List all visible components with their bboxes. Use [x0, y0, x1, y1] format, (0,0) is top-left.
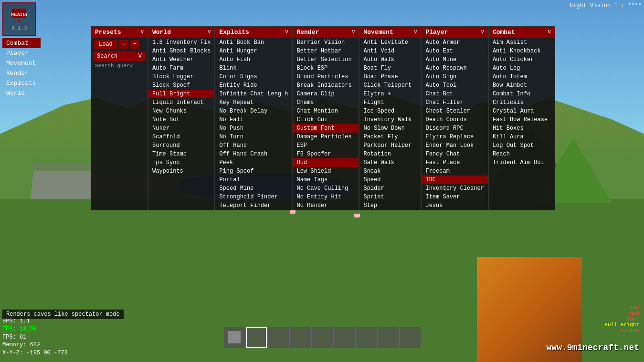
- menu-item[interactable]: Bow Aimbot: [489, 81, 555, 90]
- menu-item[interactable]: Off Hand Crash: [215, 150, 292, 158]
- menu-item[interactable]: Hit Boxes: [489, 124, 555, 133]
- sidebar-item-player[interactable]: Player: [2, 48, 41, 58]
- hotbar-slot-8[interactable]: [378, 327, 399, 348]
- menu-item[interactable]: Anti Weather: [148, 55, 214, 64]
- menu-item[interactable]: ESP: [293, 141, 359, 150]
- menu-item[interactable]: Auto Log: [489, 64, 555, 72]
- menu-item[interactable]: Elytra Replace: [422, 133, 487, 141]
- menu-item[interactable]: Click Teleport: [359, 81, 421, 90]
- minus-button[interactable]: -: [119, 40, 128, 49]
- menu-item[interactable]: Fancy Chat: [422, 150, 487, 158]
- menu-item[interactable]: Anti Knockback: [489, 47, 555, 55]
- menu-item[interactable]: Name Tags: [293, 176, 359, 184]
- menu-item[interactable]: Nuker: [148, 124, 214, 133]
- hotbar-slot-5[interactable]: [312, 327, 333, 348]
- menu-item[interactable]: Hud: [293, 158, 359, 167]
- menu-item[interactable]: Liquid Interact: [148, 98, 214, 107]
- menu-item[interactable]: Trident Aim Bot: [489, 158, 555, 167]
- menu-item[interactable]: Surround: [148, 141, 214, 150]
- menu-item[interactable]: Anti Hunger: [215, 47, 292, 55]
- menu-item[interactable]: Auto Fish: [215, 55, 292, 64]
- menu-item[interactable]: Boat Phase: [359, 72, 421, 81]
- menu-item[interactable]: Auto Armor: [422, 38, 487, 47]
- menu-item[interactable]: Auto Walk: [359, 55, 421, 64]
- menu-item[interactable]: Damage Particles: [293, 133, 359, 141]
- menu-item[interactable]: Crystal Aura: [489, 107, 555, 115]
- menu-item[interactable]: Inventory Walk: [359, 115, 421, 124]
- menu-item[interactable]: Auto Totem: [489, 72, 555, 81]
- menu-item[interactable]: Anti Void: [359, 47, 421, 55]
- sidebar-item-exploits[interactable]: Exploits: [2, 78, 41, 88]
- load-button[interactable]: Load: [94, 40, 117, 49]
- menu-item[interactable]: Tps Sync: [148, 158, 214, 167]
- menu-item[interactable]: Reach: [489, 150, 555, 158]
- menu-item[interactable]: 1.8 Inventory Fix: [148, 38, 214, 47]
- menu-item[interactable]: Anti Levitate: [359, 38, 421, 47]
- menu-item[interactable]: Kill Aura: [489, 133, 555, 141]
- menu-item[interactable]: Blood Particles: [293, 72, 359, 81]
- menu-item[interactable]: No Render: [293, 201, 359, 210]
- menu-item[interactable]: Freecam: [422, 167, 487, 176]
- menu-item[interactable]: No Cave Culling: [293, 184, 359, 193]
- menu-item[interactable]: Camera Clip: [293, 90, 359, 98]
- menu-item[interactable]: Click Gui: [293, 115, 359, 124]
- menu-item[interactable]: Log Out Spot: [489, 141, 555, 150]
- menu-item[interactable]: F3 Spoofer: [293, 150, 359, 158]
- menu-item[interactable]: No Push: [215, 124, 292, 133]
- menu-item[interactable]: Low Shield: [293, 167, 359, 176]
- menu-item[interactable]: Discord RPC: [422, 124, 487, 133]
- menu-item[interactable]: IRC: [422, 176, 487, 184]
- menu-item[interactable]: Off Hand: [215, 141, 292, 150]
- menu-item[interactable]: Waypoints: [148, 167, 214, 176]
- menu-item[interactable]: Scaffold: [148, 133, 214, 141]
- menu-item[interactable]: Fast Place: [422, 158, 487, 167]
- menu-item[interactable]: Infinite Chat Leng h: [215, 90, 292, 98]
- menu-item[interactable]: Elytra +: [359, 90, 421, 98]
- menu-item[interactable]: Auto Eat: [422, 47, 487, 55]
- menu-item[interactable]: Chest Stealer: [422, 107, 487, 115]
- menu-item[interactable]: Auto Farm: [148, 64, 214, 72]
- hotbar-slot-4[interactable]: [290, 327, 311, 348]
- menu-item[interactable]: Spider: [359, 184, 421, 193]
- menu-item[interactable]: Color Signs: [215, 72, 292, 81]
- menu-item[interactable]: Speed: [359, 176, 421, 184]
- menu-item[interactable]: Chat Bot: [422, 90, 487, 98]
- menu-item[interactable]: Sprint: [359, 193, 421, 201]
- menu-item[interactable]: Auto Respawn: [422, 64, 487, 72]
- menu-item[interactable]: Boat Fly: [359, 64, 421, 72]
- menu-item[interactable]: Auto Clicker: [489, 55, 555, 64]
- menu-item[interactable]: No Slow Down: [359, 124, 421, 133]
- sidebar-item-world[interactable]: World: [2, 88, 41, 98]
- menu-item[interactable]: Time Stamp: [148, 150, 214, 158]
- menu-item[interactable]: Auto Mine: [422, 55, 487, 64]
- menu-item[interactable]: Anti Book Ban: [215, 38, 292, 47]
- menu-item[interactable]: Flight: [359, 98, 421, 107]
- menu-item[interactable]: No Turn: [215, 133, 292, 141]
- menu-item[interactable]: Better Hotbar: [293, 47, 359, 55]
- menu-item[interactable]: Step: [359, 201, 421, 210]
- menu-item[interactable]: Jesus: [422, 201, 487, 210]
- hotbar-slot-1[interactable]: [224, 327, 245, 348]
- menu-item[interactable]: No Break Delay: [215, 107, 292, 115]
- menu-item[interactable]: Portal: [215, 176, 292, 184]
- menu-item[interactable]: Custom Font: [293, 124, 359, 133]
- menu-item[interactable]: Death Coords: [422, 115, 487, 124]
- menu-item[interactable]: Item Saver: [422, 193, 487, 201]
- menu-item[interactable]: Better Selection: [293, 55, 359, 64]
- menu-item[interactable]: Ice Speed: [359, 107, 421, 115]
- menu-item[interactable]: Blink: [215, 64, 292, 72]
- menu-item[interactable]: Criticals: [489, 98, 555, 107]
- menu-item[interactable]: Teleport Finder: [215, 201, 292, 210]
- sidebar-item-movement[interactable]: Movement: [2, 58, 41, 68]
- menu-item[interactable]: Ender Man Look: [422, 141, 487, 150]
- menu-item[interactable]: Fast Bow Release: [489, 115, 555, 124]
- menu-item[interactable]: New Chunks: [148, 107, 214, 115]
- menu-item[interactable]: Block Spoof: [148, 81, 214, 90]
- hotbar-slot-7[interactable]: [356, 327, 377, 348]
- menu-item[interactable]: Combat Info: [489, 90, 555, 98]
- search-button[interactable]: Search V: [93, 52, 146, 61]
- menu-item[interactable]: Anti Ghost Blocks: [148, 47, 214, 55]
- menu-item[interactable]: Block Logger: [148, 72, 214, 81]
- menu-item[interactable]: Inventory Cleaner: [422, 184, 487, 193]
- menu-item[interactable]: Chat Mention: [293, 107, 359, 115]
